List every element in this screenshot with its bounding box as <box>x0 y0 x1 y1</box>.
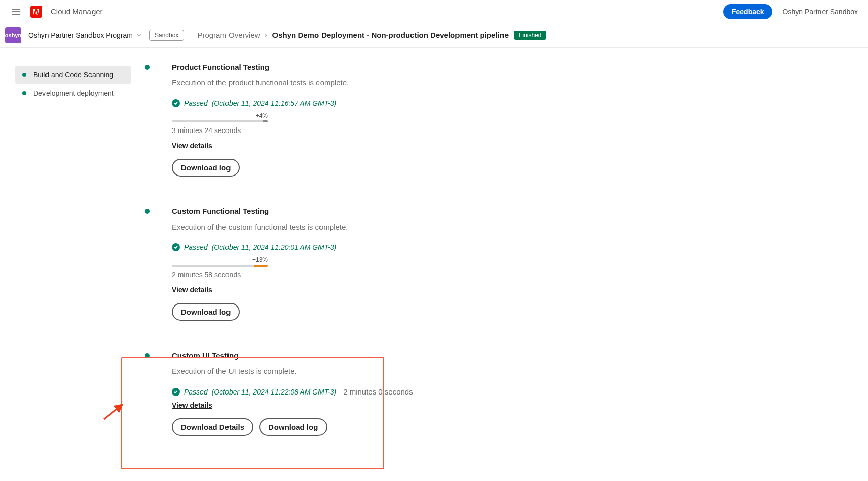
status-dot-icon <box>22 73 26 77</box>
view-details-link[interactable]: View details <box>172 401 212 409</box>
stage-status-dot-icon <box>145 353 150 358</box>
breadcrumb-current: Oshyn Demo Deployment - Non-production D… <box>272 31 509 39</box>
stage-description: Execution of the UI tests is complete. <box>172 367 848 375</box>
stage-status-text: Passed <box>184 99 208 107</box>
sidebar-item[interactable]: Development deployment <box>15 84 131 102</box>
stage-timestamp: (October 11, 2024 11:22:08 AM GMT-3) <box>212 388 336 396</box>
stage-description: Execution of the custom functional tests… <box>172 223 848 231</box>
pipeline-stage: Custom UI Testing Execution of the UI te… <box>172 351 848 436</box>
progress-block: +13% <box>172 256 268 267</box>
sidebar: Build and Code ScanningDevelopment deplo… <box>0 48 147 481</box>
status-dot-icon <box>22 91 26 95</box>
download-button[interactable]: Download log <box>172 159 240 177</box>
check-circle-icon <box>172 388 180 396</box>
stage-status-row: Passed (October 11, 2024 11:16:57 AM GMT… <box>172 99 848 107</box>
program-selector[interactable]: Oshyn Partner Sandbox Program <box>28 31 142 39</box>
check-circle-icon <box>172 99 180 107</box>
sandbox-chip: Sandbox <box>149 30 184 41</box>
progress-delta: +13% <box>172 256 268 264</box>
stage-status-row: Passed (October 11, 2024 11:20:01 AM GMT… <box>172 243 848 251</box>
app-title: Cloud Manager <box>51 7 103 16</box>
breadcrumb: Program Overview › Oshyn Demo Deployment… <box>197 31 546 40</box>
sub-header: oshyn Oshyn Partner Sandbox Program Sand… <box>0 23 868 48</box>
check-circle-icon <box>172 243 180 251</box>
pipeline-stage: Product Functional Testing Execution of … <box>172 63 848 177</box>
main-content: Build and Code ScanningDevelopment deplo… <box>0 48 868 481</box>
timeline-line <box>147 48 147 481</box>
stage-timestamp: (October 11, 2024 11:20:01 AM GMT-3) <box>212 243 336 251</box>
program-badge-icon: oshyn <box>5 27 21 43</box>
stage-timestamp: (October 11, 2024 11:16:57 AM GMT-3) <box>212 99 336 107</box>
program-name: Oshyn Partner Sandbox Program <box>28 31 133 39</box>
progress-delta: +4% <box>172 112 268 119</box>
sidebar-item-label: Build and Code Scanning <box>33 71 113 79</box>
progress-bar <box>172 120 268 122</box>
account-name[interactable]: Oshyn Partner Sandbox <box>783 8 858 16</box>
download-button[interactable]: Download log <box>172 303 240 321</box>
stage-description: Execution of the product functional test… <box>172 78 848 87</box>
stage-duration: 2 minutes 0 seconds <box>343 387 413 396</box>
stage-duration: 2 minutes 58 seconds <box>172 271 848 279</box>
stage-status-text: Passed <box>184 243 208 251</box>
stage-status-dot-icon <box>145 65 150 70</box>
stage-status-dot-icon <box>145 209 150 214</box>
stage-status-row: Passed (October 11, 2024 11:22:08 AM GMT… <box>172 387 848 396</box>
stage-status-text: Passed <box>184 388 208 396</box>
pipeline-status-pill: Finished <box>514 31 546 40</box>
breadcrumb-root[interactable]: Program Overview <box>197 31 260 39</box>
stage-title: Custom UI Testing <box>172 351 848 360</box>
feedback-button[interactable]: Feedback <box>723 4 772 19</box>
stage-actions: Download log <box>172 303 848 321</box>
sidebar-item[interactable]: Build and Code Scanning <box>15 66 131 84</box>
pipeline-stage: Custom Functional Testing Execution of t… <box>172 207 848 321</box>
top-header: Cloud Manager Feedback Oshyn Partner San… <box>0 0 868 23</box>
pipeline-stages-content: Product Functional Testing Execution of … <box>147 48 868 481</box>
sidebar-item-label: Development deployment <box>33 89 114 97</box>
download-button[interactable]: Download Details <box>172 418 253 436</box>
progress-bar <box>172 265 268 267</box>
chevron-right-icon: › <box>265 32 267 39</box>
stage-duration: 3 minutes 24 seconds <box>172 126 848 135</box>
view-details-link[interactable]: View details <box>172 286 212 294</box>
hamburger-menu-icon[interactable] <box>10 6 22 18</box>
download-button[interactable]: Download log <box>259 418 327 436</box>
chevron-down-icon <box>136 32 142 38</box>
stage-title: Product Functional Testing <box>172 63 848 71</box>
top-header-left: Cloud Manager <box>10 6 103 18</box>
stage-actions: Download DetailsDownload log <box>172 418 848 436</box>
adobe-logo-icon <box>30 6 42 18</box>
stage-actions: Download log <box>172 159 848 177</box>
view-details-link[interactable]: View details <box>172 142 212 150</box>
stage-title: Custom Functional Testing <box>172 207 848 215</box>
top-header-right: Feedback Oshyn Partner Sandbox <box>723 4 858 19</box>
progress-block: +4% <box>172 112 268 122</box>
